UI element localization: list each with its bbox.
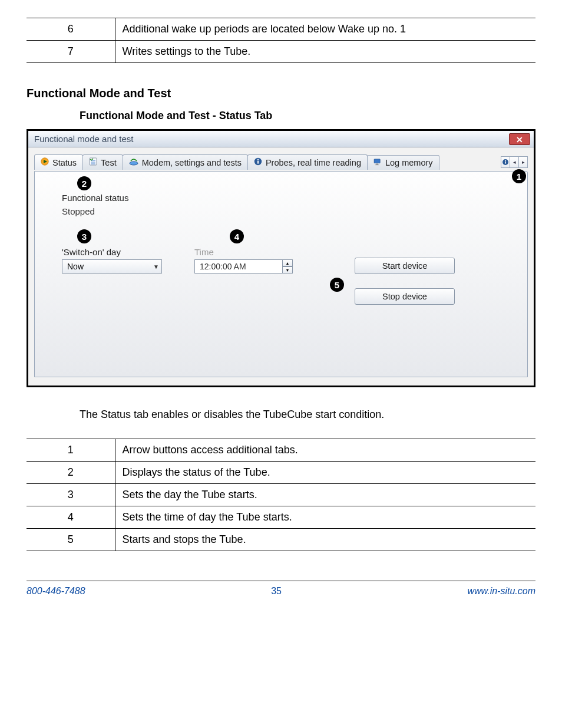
tab-label: Test (101, 158, 117, 167)
select-value: Now (67, 262, 84, 271)
tab-probes[interactable]: Probes, real time reading (247, 154, 368, 170)
row-number: 3 (27, 484, 115, 506)
tab-status[interactable]: Status (34, 154, 83, 170)
chevron-down-icon: ▼ (153, 263, 159, 270)
row-text: Starts and stops the Tube. (115, 529, 535, 551)
table-row: 6 Additional wake up periods are located… (27, 18, 535, 41)
svg-rect-8 (376, 163, 378, 164)
callout-3: 3 (77, 229, 91, 243)
top-desc-table: 6 Additional wake up periods are located… (27, 18, 535, 63)
row-text: Sets the day the Tube starts. (115, 484, 535, 506)
stop-device-button[interactable]: Stop device (355, 288, 455, 305)
window-titlebar[interactable]: Functional mode and test ✕ (28, 131, 534, 147)
chevron-left-icon: ◂ (513, 159, 516, 165)
row-text: Sets the time of day the Tube starts. (115, 506, 535, 529)
footer-url: www.in-situ.com (467, 586, 535, 597)
tab-label: Modem, settings and tests (142, 158, 242, 167)
row-number: 2 (27, 462, 115, 484)
tab-modem[interactable]: Modem, settings and tests (123, 154, 248, 170)
footer-page-number: 35 (271, 586, 282, 597)
subsection-heading: Functional Mode and Test - Status Tab (80, 110, 535, 122)
row-number: 7 (27, 41, 115, 63)
row-text: Writes settings to the Tube. (115, 41, 535, 63)
row-text: Arrow buttons access additional tabs. (115, 439, 535, 462)
info-small-icon[interactable] (501, 156, 510, 168)
svg-rect-12 (505, 162, 506, 164)
page-footer: 800-446-7488 35 www.in-situ.com (27, 581, 535, 597)
time-input[interactable]: 12:00:00 AM (194, 259, 283, 274)
tab-label: Probes, real time reading (266, 158, 361, 167)
tab-test[interactable]: Test (82, 154, 123, 170)
table-row: 4 Sets the time of day the Tube starts. (27, 506, 535, 529)
play-icon (41, 157, 49, 167)
row-number: 1 (27, 439, 115, 462)
spinner-up-button[interactable]: ▲ (282, 259, 293, 266)
body-paragraph: The Status tab enables or disables the T… (80, 409, 535, 421)
row-text: Additional wake up periods are located b… (115, 18, 535, 41)
log-icon (373, 158, 382, 167)
callout-4: 4 (230, 229, 244, 243)
window-body: Status Test Modem, settings and tests (28, 147, 534, 386)
time-value: 12:00:00 AM (200, 262, 246, 271)
table-row: 2 Displays the status of the Tube. (27, 462, 535, 484)
tab-label: Log memory (385, 158, 433, 167)
svg-point-5 (257, 159, 259, 160)
status-panel: 1 2 Functional status Stopped 3 'Switch-… (34, 171, 528, 377)
svg-point-11 (505, 160, 506, 161)
svg-rect-6 (257, 161, 259, 164)
start-device-button[interactable]: Start device (355, 258, 455, 274)
checklist-icon (89, 157, 97, 167)
tab-label: Status (52, 158, 77, 167)
table-row: 1 Arrow buttons access additional tabs. (27, 439, 535, 462)
button-label: Start device (382, 261, 428, 271)
table-row: 7 Writes settings to the Tube. (27, 41, 535, 63)
bottom-desc-table: 1 Arrow buttons access additional tabs. … (27, 439, 535, 551)
chevron-right-icon: ▸ (522, 159, 525, 165)
tab-prev-button[interactable]: ◂ (510, 156, 519, 168)
callout-1: 1 (512, 169, 526, 183)
tabstrip: Status Test Modem, settings and tests (34, 153, 528, 171)
time-spinner: ▲ ▼ (282, 259, 293, 274)
close-icon: ✕ (516, 135, 523, 144)
time-label: Time (194, 247, 293, 257)
window: Functional mode and test ✕ Status Test (27, 129, 535, 387)
callout-5: 5 (330, 278, 344, 292)
chevron-down-icon: ▼ (286, 268, 290, 272)
window-title-text: Functional mode and test (34, 134, 133, 144)
close-button[interactable]: ✕ (509, 133, 530, 145)
table-row: 3 Sets the day the Tube starts. (27, 484, 535, 506)
functional-status-label: Functional status (62, 193, 510, 203)
tab-overflow: ◂ ▸ (501, 156, 528, 168)
row-text: Displays the status of the Tube. (115, 462, 535, 484)
modem-icon (129, 157, 138, 167)
svg-rect-9 (375, 164, 379, 165)
svg-rect-7 (374, 159, 380, 163)
info-icon (254, 157, 262, 167)
chevron-up-icon: ▲ (286, 261, 290, 265)
callout-2: 2 (77, 176, 91, 190)
functional-status-value: Stopped (62, 206, 510, 216)
table-row: 5 Starts and stops the Tube. (27, 529, 535, 551)
row-number: 6 (27, 18, 115, 41)
row-number: 4 (27, 506, 115, 529)
button-label: Stop device (382, 292, 427, 301)
spinner-down-button[interactable]: ▼ (282, 266, 293, 274)
row-number: 5 (27, 529, 115, 551)
svg-point-3 (130, 162, 138, 165)
switch-on-day-label: 'Switch-on' day (62, 247, 162, 257)
switch-on-day-select[interactable]: Now ▼ (62, 259, 162, 274)
footer-phone: 800-446-7488 (27, 586, 85, 597)
tab-log[interactable]: Log memory (367, 155, 439, 170)
section-heading: Functional Mode and Test (27, 87, 535, 100)
tab-next-button[interactable]: ▸ (518, 156, 528, 168)
